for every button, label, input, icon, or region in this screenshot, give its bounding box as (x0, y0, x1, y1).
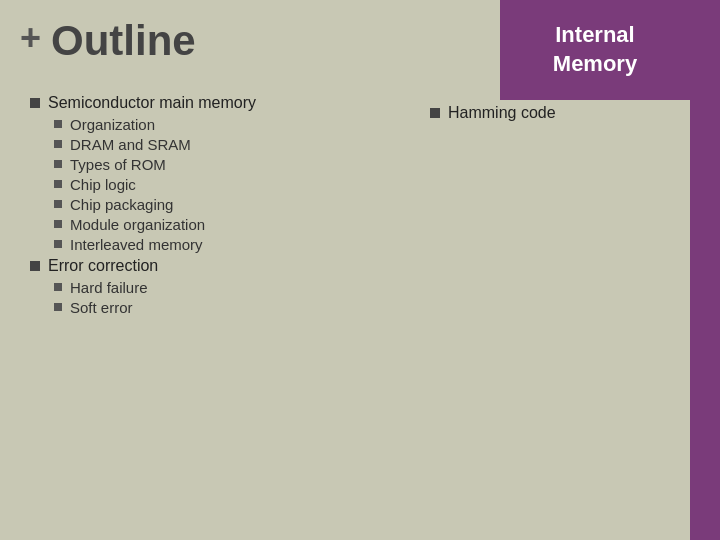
bullet-icon-semiconductor (30, 98, 40, 108)
bullet-icon (54, 220, 62, 228)
error-correction-label: Error correction (48, 257, 158, 275)
sub-bullet-list: Organization DRAM and SRAM Types of ROM … (54, 116, 400, 253)
list-item-hamming: Hamming code (430, 104, 660, 122)
bullet-icon (54, 283, 62, 291)
slide-container: Internal Memory + Outline Semiconductor … (0, 0, 720, 540)
list-item-error-correction: Error correction (30, 257, 400, 275)
bullet-icon (54, 180, 62, 188)
list-item: Hard failure (54, 279, 400, 296)
plus-sign: + (20, 20, 41, 56)
bullet-icon (54, 140, 62, 148)
bullet-icon (54, 240, 62, 248)
slide-title: Outline (51, 18, 196, 64)
content-area: Semiconductor main memory Organization D… (0, 84, 720, 329)
list-item-semiconductor: Semiconductor main memory (30, 94, 400, 112)
list-item: Module organization (54, 216, 400, 233)
header-area: + Outline (0, 0, 720, 74)
right-strip (690, 0, 720, 540)
semiconductor-label: Semiconductor main memory (48, 94, 256, 112)
list-item: DRAM and SRAM (54, 136, 400, 153)
list-item: Soft error (54, 299, 400, 316)
bullet-icon-error (30, 261, 40, 271)
sub-item-label: Interleaved memory (70, 236, 203, 253)
sub-item-label: DRAM and SRAM (70, 136, 191, 153)
hamming-code-label: Hamming code (448, 104, 556, 122)
sub-item-label: Types of ROM (70, 156, 166, 173)
sub-item-label: Chip packaging (70, 196, 173, 213)
sub-item-label: Organization (70, 116, 155, 133)
bullet-icon (54, 160, 62, 168)
list-item: Interleaved memory (54, 236, 400, 253)
bullet-icon-hamming (430, 108, 440, 118)
list-item: Types of ROM (54, 156, 400, 173)
list-item: Organization (54, 116, 400, 133)
bullet-icon (54, 200, 62, 208)
sub-item-label: Soft error (70, 299, 133, 316)
sub-item-label: Hard failure (70, 279, 148, 296)
right-column: Hamming code (420, 94, 660, 319)
left-column: Semiconductor main memory Organization D… (30, 94, 420, 319)
main-bullet-list: Semiconductor main memory Organization D… (30, 94, 400, 316)
list-item: Chip packaging (54, 196, 400, 213)
right-bullet-list: Hamming code (430, 104, 660, 122)
list-item: Chip logic (54, 176, 400, 193)
sub-item-label: Module organization (70, 216, 205, 233)
bullet-icon (54, 120, 62, 128)
error-sub-list: Hard failure Soft error (54, 279, 400, 316)
sub-item-label: Chip logic (70, 176, 136, 193)
bullet-icon (54, 303, 62, 311)
